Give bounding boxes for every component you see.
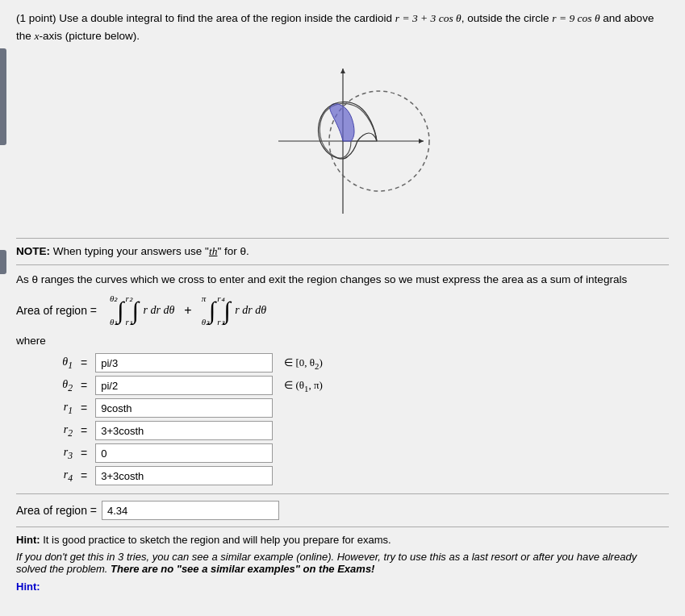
problem-points: (1 point) (16, 12, 56, 24)
r4-label: r4 (16, 468, 73, 484)
input-row-theta2: θ2 = ∈ (θ1, π) (16, 376, 669, 395)
theta2-label: θ2 (16, 378, 73, 393)
r3-label: r3 (16, 446, 73, 461)
outside-circle-label: outside the circle (467, 12, 549, 24)
theta1-input[interactable] (95, 353, 273, 373)
where-label: where (16, 335, 669, 347)
r4-equals: = (81, 469, 87, 482)
diagram-container (16, 52, 669, 230)
hint1-prefix: Hint: (16, 534, 40, 546)
note-text: When typing your answers use " (53, 245, 209, 257)
note-suffix: " for θ. (217, 245, 249, 257)
hint-link[interactable]: Hint: (16, 581, 40, 593)
input-row-r1: r1 = (16, 398, 669, 418)
theta2-equals: = (81, 379, 87, 392)
r1-label: r1 (16, 401, 73, 416)
r3-input[interactable] (95, 443, 273, 463)
theta2-input[interactable] (95, 376, 273, 395)
diagram-svg (238, 52, 448, 230)
theta1-range: ∈ [0, θ2) (284, 356, 323, 371)
text-axis: -axis (picture below). (40, 30, 140, 42)
input-row-r4: r4 = (16, 466, 669, 485)
input-row-r2: r2 = (16, 421, 669, 440)
input-row-r3: r3 = (16, 443, 669, 463)
r2-equals: = (81, 424, 87, 437)
problem-text1: Use a double integral to find the area o… (59, 12, 395, 24)
theta1-label: θ1 (16, 356, 73, 371)
circle-equation: r = 9 cos θ (552, 12, 599, 24)
r2-input[interactable] (95, 421, 273, 440)
theta1-equals: = (81, 356, 87, 369)
r1-equals: = (81, 402, 87, 414)
hint1-body: It is good practice to sketch the region… (43, 534, 391, 546)
area-result-input[interactable] (102, 501, 279, 520)
integral-group-1: θ₂ θ₁ ∫ r₂ r₁ ∫ r dr dθ (110, 294, 174, 327)
cardioid-equation: r = 3 + 3 cos θ (395, 12, 462, 24)
hint2-text: If you don't get this in 3 tries, you ca… (16, 551, 669, 575)
note-bold: NOTE: (16, 245, 50, 257)
area-result-row: Area of region = (16, 493, 669, 520)
theta2-range: ∈ (θ1, π) (284, 379, 323, 393)
sum-section: As θ ranges the curves which we cross to… (16, 272, 669, 288)
r2-label: r2 (16, 423, 73, 439)
divider-1 (16, 238, 669, 239)
area-formula: Area of region = θ₂ θ₁ ∫ r₂ r₁ ∫ r dr dθ… (16, 294, 669, 327)
hint-section-1: Hint: It is good practice to sketch the … (16, 527, 669, 546)
plus-sign: + (184, 303, 191, 318)
left-indicator-bar (0, 48, 6, 145)
problem-statement: (1 point) Use a double integral to find … (16, 10, 669, 44)
th-text: th (209, 245, 218, 257)
inputs-grid: θ1 = ∈ [0, θ2) θ2 = ∈ (θ1, π) r1 = (16, 353, 669, 485)
r4-input[interactable] (95, 466, 273, 485)
hint-section-2: If you don't get this in 3 tries, you ca… (16, 551, 669, 575)
area-result-label: Area of region = (16, 504, 97, 517)
integral-group-2: π θ₂ ∫ r₄ r₃ ∫ r dr dθ (202, 294, 266, 327)
note-section: NOTE: When typing your answers use "th" … (16, 245, 669, 265)
left-indicator-bar2 (0, 250, 6, 274)
area-label-text: Area of region = (16, 304, 97, 317)
r3-equals: = (81, 447, 87, 460)
hint1-text: Hint: It is good practice to sketch the … (16, 534, 669, 546)
r1-input[interactable] (95, 398, 273, 418)
hint2-text2: There are no "see a similar examples" on… (111, 563, 374, 575)
input-row-theta1: θ1 = ∈ [0, θ2) (16, 353, 669, 373)
